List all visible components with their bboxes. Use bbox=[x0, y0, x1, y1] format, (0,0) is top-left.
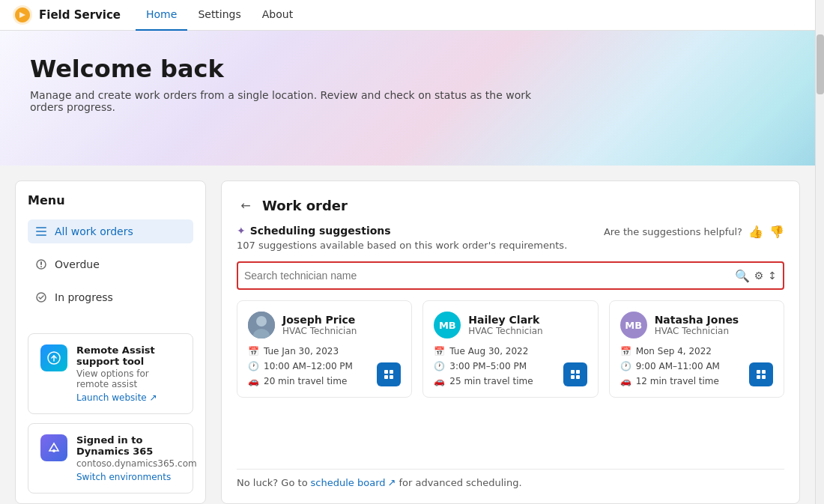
panel-header: ← Work order bbox=[237, 196, 784, 214]
schedule-board-link[interactable]: schedule board ↗ bbox=[311, 477, 396, 488]
sort-icon[interactable]: ↕ bbox=[768, 270, 777, 282]
menu-item-all-work-orders-label: All work orders bbox=[55, 225, 133, 237]
svg-rect-19 bbox=[576, 370, 580, 374]
svg-rect-1 bbox=[36, 227, 46, 228]
dynamics-card: Signed in to Dynamics 365 contoso.dynami… bbox=[28, 423, 193, 494]
suggestions-left: ✦ Scheduling suggestions 107 suggestions… bbox=[237, 225, 567, 251]
schedule-board-label: schedule board bbox=[311, 477, 386, 488]
hero-title: Welcome back bbox=[30, 55, 785, 83]
dynamics-title: Signed in to Dynamics 365 bbox=[76, 434, 197, 457]
in-progress-icon bbox=[35, 291, 47, 303]
top-navigation: Field Service Home Settings About bbox=[0, 0, 824, 31]
technician-card-0: Joseph Price HVAC Technician 📅 Tue Jan 3… bbox=[237, 300, 412, 398]
body-layout: Menu All work orders Overdue bbox=[0, 166, 815, 504]
tech-date-row-2: 📅 Mon Sep 4, 2022 bbox=[620, 346, 773, 356]
svg-rect-21 bbox=[576, 375, 580, 379]
dynamics-link[interactable]: Switch environments bbox=[76, 472, 197, 482]
remote-assist-svg bbox=[46, 350, 61, 365]
tech-name-0: Joseph Price bbox=[282, 314, 357, 326]
tech-avatar-1: MB bbox=[434, 312, 461, 338]
svg-point-10 bbox=[52, 449, 55, 452]
nav-settings[interactable]: Settings bbox=[187, 0, 251, 31]
suggestions-right: Are the suggestions helpful? 👍 👎 bbox=[604, 225, 784, 239]
svg-point-6 bbox=[40, 266, 42, 267]
travel-icon-2: 🚗 bbox=[620, 376, 631, 386]
panel-title: Work order bbox=[262, 198, 348, 213]
technician-card-1: MB Hailey Clark HVAC Technician 📅 Tue Au… bbox=[422, 300, 598, 398]
tech-time-0: 10:00 AM–12:00 PM bbox=[264, 361, 353, 371]
remote-assist-link[interactable]: Launch website ↗ bbox=[76, 392, 181, 403]
clock-icon-1: 🕐 bbox=[434, 361, 445, 371]
menu-item-overdue-label: Overdue bbox=[55, 258, 100, 270]
book-button-1[interactable] bbox=[563, 362, 587, 386]
dynamics-desc: contoso.dynamics365.com bbox=[76, 458, 197, 469]
remote-assist-title: Remote Assist support tool bbox=[76, 344, 181, 367]
dynamics-icon bbox=[40, 434, 67, 461]
menu-item-all-work-orders[interactable]: All work orders bbox=[28, 219, 193, 243]
suggestions-title: ✦ Scheduling suggestions bbox=[237, 225, 567, 237]
book-button-2[interactable] bbox=[749, 362, 773, 386]
panel-footer: No luck? Go to schedule board ↗ for adva… bbox=[237, 469, 784, 488]
nav-links: Home Settings About bbox=[136, 0, 303, 31]
tech-header-1: MB Hailey Clark HVAC Technician bbox=[434, 312, 587, 338]
tech-date-1: Tue Aug 30, 2022 bbox=[449, 346, 528, 356]
tech-name-2: Natasha Jones bbox=[655, 314, 739, 326]
feedback-label: Are the suggestions helpful? bbox=[604, 226, 742, 237]
svg-rect-17 bbox=[390, 375, 393, 379]
thumbs-up-icon[interactable]: 👍 bbox=[748, 225, 763, 239]
svg-rect-14 bbox=[384, 370, 388, 374]
travel-icon-0: 🚗 bbox=[248, 376, 259, 386]
calendar-icon-0: 📅 bbox=[248, 346, 259, 356]
menu-item-overdue[interactable]: Overdue bbox=[28, 252, 193, 276]
scrollbar-thumb[interactable] bbox=[817, 34, 824, 94]
calendar-icon-1: 📅 bbox=[434, 346, 445, 356]
app-logo: Field Service bbox=[12, 4, 121, 25]
dynamics-info: Signed in to Dynamics 365 contoso.dynami… bbox=[76, 434, 197, 482]
svg-rect-24 bbox=[757, 375, 760, 379]
list-icon bbox=[35, 225, 47, 237]
svg-rect-3 bbox=[36, 234, 46, 236]
main-content: Welcome back Manage and create work orde… bbox=[0, 31, 815, 504]
svg-rect-16 bbox=[384, 375, 388, 379]
technician-card-2: MB Natasha Jones HVAC Technician 📅 Mon S… bbox=[609, 300, 784, 398]
tech-header-0: Joseph Price HVAC Technician bbox=[248, 312, 401, 338]
scheduling-suggestions-header: ✦ Scheduling suggestions 107 suggestions… bbox=[237, 225, 784, 251]
clock-icon-2: 🕐 bbox=[620, 361, 631, 371]
tech-date-0: Tue Jan 30, 2023 bbox=[264, 346, 339, 356]
tech-travel-2: 12 min travel time bbox=[636, 376, 719, 386]
remote-assist-desc: View options for remote assist bbox=[76, 368, 181, 389]
filter-icon[interactable]: ⚙ bbox=[754, 270, 764, 282]
app-logo-icon bbox=[12, 4, 33, 25]
tech-time-2: 9:00 AM–11:00 AM bbox=[636, 361, 720, 371]
suggestions-count: 107 suggestions available based on this … bbox=[237, 240, 567, 251]
book-button-0[interactable] bbox=[377, 362, 401, 386]
svg-point-12 bbox=[256, 316, 267, 327]
scrollbar[interactable] bbox=[815, 0, 824, 504]
tech-avatar-0 bbox=[248, 312, 275, 338]
tech-info-name-2: Natasha Jones HVAC Technician bbox=[655, 314, 739, 336]
menu-item-in-progress[interactable]: In progress bbox=[28, 285, 193, 309]
nav-home[interactable]: Home bbox=[136, 0, 187, 31]
remote-assist-info: Remote Assist support tool View options … bbox=[76, 344, 181, 403]
search-icon[interactable]: 🔍 bbox=[735, 269, 750, 283]
search-input[interactable] bbox=[244, 270, 729, 282]
nav-about[interactable]: About bbox=[252, 0, 303, 31]
back-button[interactable]: ← bbox=[237, 196, 255, 214]
calendar-icon-2: 📅 bbox=[620, 346, 631, 356]
work-order-panel: ← Work order ✦ Scheduling suggestions 10… bbox=[221, 180, 800, 504]
search-bar[interactable]: 🔍 ⚙ ↕ bbox=[237, 261, 784, 290]
footer-suffix: for advanced scheduling. bbox=[399, 477, 521, 488]
menu-title: Menu bbox=[28, 193, 193, 207]
thumbs-down-icon[interactable]: 👎 bbox=[769, 225, 784, 239]
tech-date-2: Mon Sep 4, 2022 bbox=[636, 346, 712, 356]
svg-rect-22 bbox=[757, 370, 760, 374]
tech-date-row-0: 📅 Tue Jan 30, 2023 bbox=[248, 346, 401, 356]
tech-header-2: MB Natasha Jones HVAC Technician bbox=[620, 312, 773, 338]
hero-subtitle: Manage and create work orders from a sin… bbox=[30, 89, 539, 113]
remote-assist-card: Remote Assist support tool View options … bbox=[28, 333, 193, 414]
sparkle-icon: ✦ bbox=[237, 225, 246, 237]
svg-rect-5 bbox=[40, 261, 42, 265]
svg-rect-18 bbox=[571, 370, 575, 374]
remote-assist-icon bbox=[40, 344, 67, 371]
svg-rect-25 bbox=[762, 375, 766, 379]
